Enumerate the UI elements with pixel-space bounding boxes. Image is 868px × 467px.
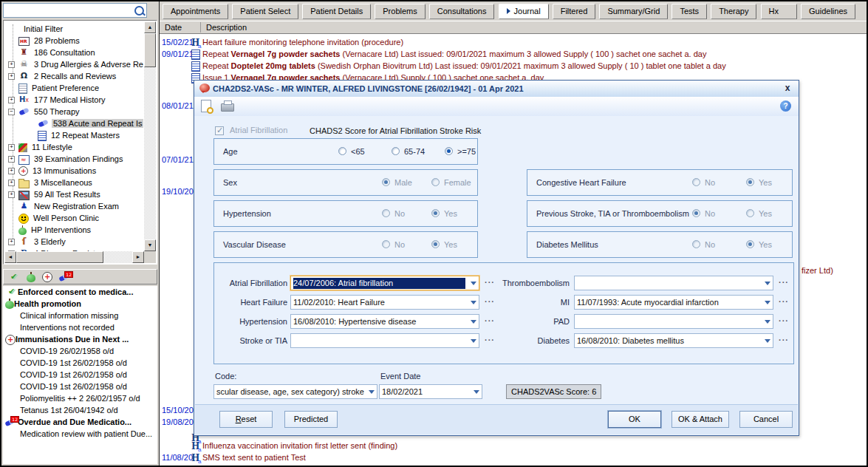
tab[interactable]: Appointments: [163, 4, 228, 19]
age-lt65-radio[interactable]: [338, 147, 346, 155]
search-icon[interactable]: [134, 6, 144, 16]
tree-expand-toggle[interactable]: [8, 156, 15, 163]
alert-item[interactable]: COVID-19 1st 26/02/1958 o/d: [3, 369, 157, 381]
event-date-combobox[interactable]: 18/02/2021: [379, 384, 482, 399]
tree-item-label[interactable]: 550 Therapy: [33, 107, 81, 116]
tree-item-label[interactable]: 177 Medical History: [33, 95, 107, 104]
alert-item[interactable]: Medication review with patient Due...: [3, 428, 157, 440]
diabetes-no-radio[interactable]: [692, 240, 700, 248]
dialog-title-bar[interactable]: CHA2DS2-VASc - MR WINTER, ALFRED LIVINGS…: [194, 81, 799, 98]
heart-failure-field[interactable]: 11/02/2010: Heart Failure: [290, 295, 479, 310]
tree-item-label[interactable]: 11 Lifestyle: [30, 143, 74, 151]
ellipsis-button[interactable]: [778, 276, 790, 290]
tree-item-label[interactable]: 3 Elderly: [33, 237, 67, 246]
column-divider[interactable]: [200, 22, 201, 33]
mi-field[interactable]: 11/07/1993: Acute myocardial infarction: [574, 295, 773, 310]
vertical-scroll-thumb[interactable]: [144, 33, 156, 67]
scroll-down-icon[interactable]: ▼: [144, 239, 156, 251]
tab[interactable]: Problems: [375, 4, 425, 19]
scroll-right-icon[interactable]: ►: [132, 251, 144, 263]
print-icon[interactable]: [221, 103, 234, 112]
dropdown-arrow-icon[interactable]: [474, 390, 479, 394]
alert-item[interactable]: COVID-19 1st 26/02/1958 o/d: [3, 357, 157, 369]
diabetes-field[interactable]: 16/08/2010: Diabetes mellitus: [574, 333, 773, 348]
ellipsis-button[interactable]: [778, 334, 790, 347]
tree-item-label[interactable]: 186 Consultation: [33, 48, 97, 57]
tree-item[interactable]: 550 Therapy: [4, 106, 144, 117]
medication-badge-icon[interactable]: [59, 273, 72, 283]
journal-row[interactable]: Influenza vaccination invitation first l…: [160, 441, 867, 452]
tree-item-label[interactable]: 12 Repeat Masters: [49, 131, 121, 140]
health-promotion-icon[interactable]: [27, 274, 35, 282]
help-icon[interactable]: [780, 100, 791, 112]
tree-item[interactable]: 3 Drug Allergies & Adverse Re: [4, 58, 144, 70]
dropdown-arrow-icon[interactable]: [471, 301, 476, 304]
radio-label[interactable]: 65-74: [404, 147, 425, 156]
tree-expand-toggle[interactable]: [8, 73, 15, 80]
chf-no-radio[interactable]: [692, 178, 700, 186]
alert-item[interactable]: Immunisations Due in Next ...: [3, 333, 157, 345]
alert-item[interactable]: Clinical information missing: [3, 310, 157, 321]
diabetes-yes-radio[interactable]: [746, 240, 754, 248]
alert-item[interactable]: Overdue and Due Medicatio...: [3, 416, 157, 428]
sex-male-radio[interactable]: [382, 178, 390, 186]
alert-item[interactable]: Health promotion: [3, 298, 157, 310]
tree-expand-toggle[interactable]: [8, 191, 15, 198]
ellipsis-button[interactable]: [778, 315, 790, 328]
horizontal-scroll-thumb[interactable]: [16, 251, 103, 263]
tree-item[interactable]: 28 Problems: [4, 35, 144, 47]
tree-item[interactable]: Patient Preference: [4, 82, 144, 94]
tree-item[interactable]: 12 Repeat Masters: [4, 129, 144, 141]
vascular-yes-radio[interactable]: [431, 240, 440, 248]
tree-item[interactable]: HP Interventions: [4, 224, 144, 236]
tree-item-label[interactable]: 3 Drug Allergies & Adverse Re: [33, 60, 144, 69]
journal-row[interactable]: 15/02/21 Heart failure monitoring teleph…: [160, 38, 867, 49]
alert-item[interactable]: Enforced consent to medica...: [3, 286, 157, 298]
tree-item-label[interactable]: 13 Immunisations: [31, 166, 98, 175]
dropdown-arrow-icon[interactable]: [471, 339, 476, 343]
hypertension-yes-radio[interactable]: [431, 209, 440, 217]
alert-item[interactable]: COVID-19 1st 26/02/1958 o/d: [3, 381, 157, 392]
alert-item[interactable]: COVID-19 26/02/1958 o/d: [3, 345, 157, 357]
tree-item[interactable]: 186 Consultation: [4, 47, 144, 58]
tree-item[interactable]: 11 Lifestyle: [4, 141, 144, 153]
tree-item-label[interactable]: 59 All Test Results: [33, 190, 102, 199]
age-65-74-radio[interactable]: [392, 147, 400, 155]
stroke-yes-radio[interactable]: [746, 209, 754, 217]
description-column-header[interactable]: Description: [206, 23, 247, 32]
tab[interactable]: Guidelines: [801, 4, 855, 19]
tree-expand-toggle[interactable]: [8, 168, 15, 174]
alert-item[interactable]: Interventions not recorded: [3, 321, 157, 333]
tree-item[interactable]: New Registration Exam: [4, 200, 144, 212]
immunisations-icon[interactable]: [42, 272, 52, 282]
tree-item-label[interactable]: Well Person Clinic: [32, 214, 100, 222]
age-ge75-radio[interactable]: [445, 147, 453, 155]
tree-item-label[interactable]: New Registration Exam: [33, 202, 120, 211]
search-input[interactable]: [5, 4, 126, 17]
atrial-fibrillation-field[interactable]: 24/07/2006: Atrial fibrillation: [290, 276, 479, 290]
tab[interactable]: Therapy: [711, 4, 756, 19]
tree-item-label[interactable]: HP Interventions: [30, 225, 92, 234]
hypertension-field[interactable]: 16/08/2010: Hypertensive disease: [290, 314, 479, 329]
tab[interactable]: Journal: [499, 4, 549, 19]
ellipsis-button[interactable]: [778, 296, 790, 309]
tree-item-label[interactable]: 3 Miscellaneous: [33, 178, 94, 187]
ok-and-attach-button[interactable]: OK & Attach: [671, 411, 729, 428]
tree-item-label[interactable]: Initial Filter: [22, 24, 64, 33]
cancel-button[interactable]: Cancel: [739, 411, 793, 428]
tree-item-label[interactable]: 538 Acute and Repeat Is: [52, 119, 143, 128]
hypertension-no-radio[interactable]: [382, 209, 390, 217]
dropdown-arrow-icon[interactable]: [369, 390, 375, 394]
tree-item-label[interactable]: Patient Preference: [30, 83, 100, 92]
alert-item[interactable]: Tetanus 1st 26/04/1942 o/d: [3, 404, 157, 416]
radio-label[interactable]: <65: [351, 147, 365, 156]
tree-item[interactable]: Well Person Clinic: [4, 212, 144, 224]
alert-item[interactable]: Poliomyelitis ++ 2 26/02/1957 o/d: [3, 392, 157, 404]
consent-icon[interactable]: [7, 272, 20, 282]
tab[interactable]: Hx: [761, 4, 797, 19]
tree-item[interactable]: 39 Examination Findings: [4, 153, 144, 165]
tree-item-label[interactable]: 28 Problems: [33, 36, 81, 45]
journal-row[interactable]: 11/08/20 SMS text sent to patient Test: [160, 453, 867, 464]
tree-item[interactable]: 13 Immunisations: [4, 165, 144, 177]
tree-expand-toggle[interactable]: [8, 97, 15, 103]
